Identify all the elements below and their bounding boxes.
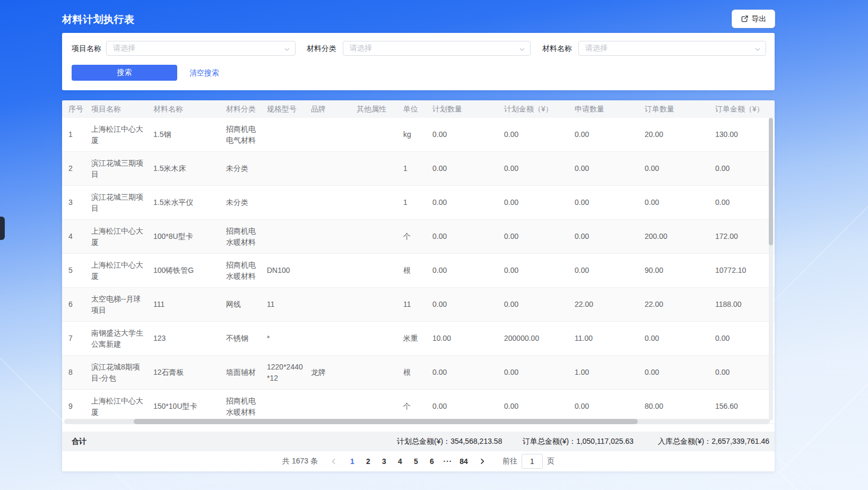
table-cell: 1 <box>62 118 91 151</box>
select-placeholder: 请选择 <box>113 44 135 53</box>
table-cell: 1.5钢 <box>153 118 226 151</box>
column-header: 单位 <box>403 100 432 118</box>
table-cell: 200000.00 <box>504 322 575 355</box>
pagination-pages: 123456···84 <box>344 457 472 466</box>
pagination-bar: 共 1673 条 123456···84 前往 页 <box>62 451 775 471</box>
table-cell: 根 <box>403 254 432 287</box>
table-cell <box>311 288 357 321</box>
page-number-3[interactable]: 3 <box>376 457 392 466</box>
table-cell <box>357 152 403 185</box>
page-number-6[interactable]: 6 <box>424 457 440 466</box>
table-cell: 0.00 <box>504 152 575 185</box>
material-name-select[interactable]: 请选择 <box>578 41 766 56</box>
order-total-amount: 订单总金额(¥)：1,050,117,025.63 <box>523 432 633 451</box>
table-cell: 网线 <box>226 288 267 321</box>
table-cell <box>311 254 357 287</box>
chevron-right-icon[interactable] <box>476 455 489 468</box>
table-cell: 0.00 <box>504 186 575 219</box>
select-placeholder: 请选择 <box>585 44 607 53</box>
table-cell: 上海松江中心大厦 <box>91 254 153 287</box>
column-header: 申请数量 <box>575 100 645 118</box>
table-cell: 0.00 <box>432 152 504 185</box>
table-cell: 招商机电水暖材料 <box>226 254 267 287</box>
table-cell: 0.00 <box>432 288 504 321</box>
table-cell: 滨江花城三期项目 <box>91 152 153 185</box>
table-cell: 156.60 <box>715 390 775 423</box>
table-row: 4上海松江中心大厦100*8U型卡招商机电水暖材料个0.000.000.0020… <box>62 220 775 254</box>
table-cell: 滨江花城8期项目-分包 <box>91 356 153 389</box>
export-arrow-icon <box>741 15 749 23</box>
chevron-left-icon[interactable] <box>327 455 340 468</box>
table-cell: 1 <box>403 152 432 185</box>
table-row: 6太空电梯--月球项目111网线11110.000.0022.0022.0011… <box>62 288 775 322</box>
table-cell: 未分类 <box>226 186 267 219</box>
table-row: 7南钢盛达大学生公寓新建123不锈钢*米重10.00200000.0011.00… <box>62 322 775 356</box>
table-cell <box>357 186 403 219</box>
material-plan-table: 序号项目名称材料名称材料分类规格型号品牌其他属性单位计划数量计划金额（¥）申请数… <box>62 100 775 471</box>
chevron-down-icon <box>754 46 761 54</box>
table-cell: 根 <box>403 356 432 389</box>
filter-label-material-name: 材料名称 <box>542 41 572 56</box>
planned-total-amount: 计划总金额(¥)：354,568,213.58 <box>397 432 502 451</box>
column-header: 订单数量 <box>645 100 715 118</box>
table-cell: 1.00 <box>575 356 645 389</box>
table-cell: 11 <box>403 288 432 321</box>
table-cell: DN100 <box>267 254 311 287</box>
table-cell: 11 <box>267 288 311 321</box>
table-cell: 未分类 <box>226 152 267 185</box>
vertical-scrollbar-thumb[interactable] <box>769 118 773 245</box>
table-cell: 111 <box>153 288 226 321</box>
project-name-select[interactable]: 请选择 <box>106 41 296 56</box>
page-number-84[interactable]: 84 <box>456 457 472 466</box>
table-cell: 0.00 <box>504 118 575 151</box>
summary-row: 合计 计划总金额(¥)：354,568,213.58 订单总金额(¥)：1,05… <box>62 432 775 451</box>
table-cell: 150*10U型卡 <box>153 390 226 423</box>
filter-panel: 项目名称 请选择 材料分类 请选择 材料名称 请选择 搜索 清空搜索 <box>62 33 775 90</box>
table-cell: 0.00 <box>645 186 715 219</box>
horizontal-scrollbar-thumb[interactable] <box>134 419 638 424</box>
table-row: 3滨江花城三期项目1.5米水平仪未分类10.000.000.000.000.00 <box>62 186 775 220</box>
table-cell <box>267 118 311 151</box>
page-number-2[interactable]: 2 <box>360 457 376 466</box>
table-cell <box>357 356 403 389</box>
table-cell: 0.00 <box>645 152 715 185</box>
table-cell: 1.5米水平仪 <box>153 186 226 219</box>
table-row: 2滨江花城三期项目1.5米木床未分类10.000.000.000.000.00 <box>62 152 775 186</box>
table-cell: 招商机电电气材料 <box>226 118 267 151</box>
goto-page-input[interactable] <box>522 454 543 469</box>
table-cell: 80.00 <box>645 390 715 423</box>
pagination-total-count: 共 1673 条 <box>282 457 318 466</box>
clear-search-link[interactable]: 清空搜索 <box>189 65 219 81</box>
column-header: 项目名称 <box>91 100 153 118</box>
table-cell: * <box>267 322 311 355</box>
export-button[interactable]: 导出 <box>732 10 775 28</box>
table-cell: 0.00 <box>432 220 504 253</box>
material-category-select[interactable]: 请选择 <box>343 41 531 56</box>
column-header: 计划数量 <box>432 100 504 118</box>
page-number-5[interactable]: 5 <box>408 457 424 466</box>
table-cell: 米重 <box>403 322 432 355</box>
table-cell: 123 <box>153 322 226 355</box>
table-cell: 招商机电水暖材料 <box>226 390 267 423</box>
table-cell: 0.00 <box>432 118 504 151</box>
table-cell: 0.00 <box>504 356 575 389</box>
table-cell: 0.00 <box>504 254 575 287</box>
table-cell: 22.00 <box>645 288 715 321</box>
table-cell <box>357 322 403 355</box>
column-header: 规格型号 <box>267 100 311 118</box>
page-number-1[interactable]: 1 <box>344 457 360 466</box>
table-cell: 0.00 <box>575 254 645 287</box>
summary-total-label: 合计 <box>72 432 86 451</box>
table-cell: 0.00 <box>504 288 575 321</box>
table-cell: 6 <box>62 288 91 321</box>
search-button[interactable]: 搜索 <box>72 65 177 81</box>
page-suffix-label: 页 <box>547 457 554 466</box>
table-cell: 个 <box>403 220 432 253</box>
page-number-4[interactable]: 4 <box>392 457 408 466</box>
table-cell: 5 <box>62 254 91 287</box>
table-cell: 0.00 <box>715 152 775 185</box>
table-cell: 招商机电水暖材料 <box>226 220 267 253</box>
sidebar-collapse-handle[interactable] <box>0 217 5 240</box>
table-cell: 0.00 <box>432 254 504 287</box>
table-cell: 0.00 <box>575 390 645 423</box>
